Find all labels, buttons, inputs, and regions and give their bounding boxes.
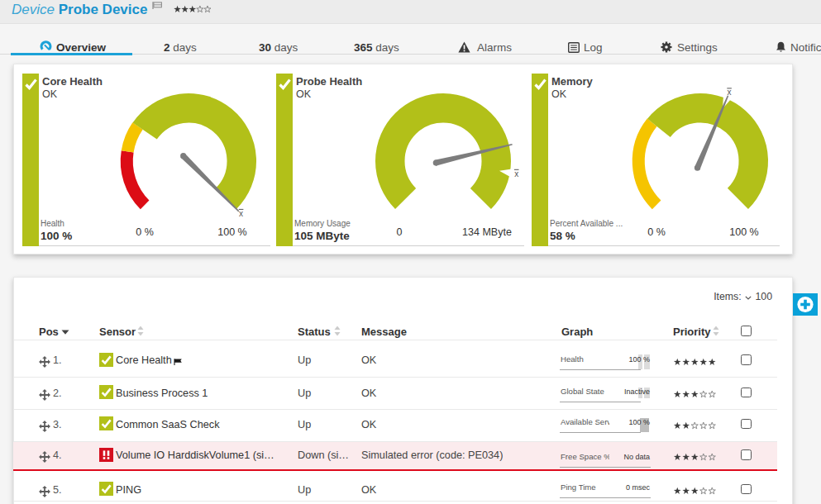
svg-text:x: x: [728, 88, 732, 97]
svg-text:x: x: [239, 209, 243, 218]
svg-text:x: x: [514, 169, 518, 178]
